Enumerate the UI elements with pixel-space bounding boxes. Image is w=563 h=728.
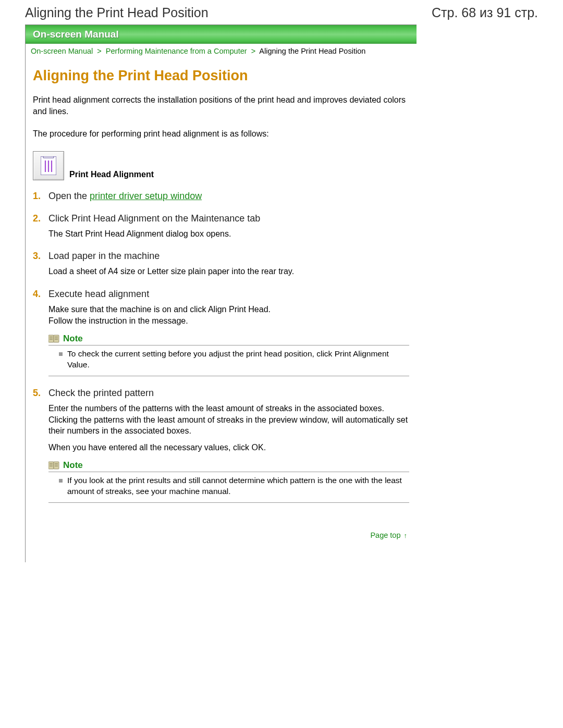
breadcrumb-separator: > [95,47,103,55]
step-4: Execute head alignment Make sure that th… [33,289,409,376]
svg-rect-4 [48,335,54,342]
note-item: If you look at the print results and sti… [59,475,409,497]
breadcrumb-link-1[interactable]: Performing Maintenance from a Computer [106,47,247,55]
note-block: Note To check the current setting before… [48,334,409,376]
breadcrumb: On-screen Manual > Performing Maintenanc… [26,44,417,57]
note-body: If you look at the print results and sti… [48,475,409,503]
document-title: Aligning the Print Head Position [25,5,209,20]
note-icon [48,461,60,470]
step-5-body-0: Enter the numbers of the patterns with t… [48,403,409,437]
note-item: To check the current setting before you … [59,349,409,371]
page-top-label: Page top [370,531,400,539]
page-counter: Стр. 68 из 91 стр. [432,5,538,20]
step-2: Click Print Head Alignment on the Mainte… [33,213,409,240]
note-label: Note [63,460,83,471]
feature-icon-caption: Print Head Alignment [69,170,154,180]
step-3: Load paper in the machine Load a sheet o… [33,251,409,277]
steps-list: Open the printer driver setup window Cli… [33,191,409,503]
page-header: Aligning the Print Head Position Стр. 68… [0,0,563,24]
step-5-title: Check the printed pattern [48,388,409,399]
step-5-body-1: When you have entered all the necessary … [48,442,409,453]
print-head-alignment-icon [33,151,64,180]
step-4-title: Execute head alignment [48,289,409,300]
note-label: Note [63,334,83,344]
page-title: Aligning the Print Head Position [33,68,409,84]
intro-paragraph-2: The procedure for performing print head … [33,128,409,140]
step-1: Open the printer driver setup window [33,191,409,202]
content-panel: On-screen Manual On-screen Manual > Perf… [25,24,417,562]
step-3-title: Load paper in the machine [48,251,409,262]
note-header: Note [48,460,409,472]
note-body: To check the current setting before you … [48,349,409,376]
breadcrumb-current: Aligning the Print Head Position [259,47,365,55]
note-header: Note [48,334,409,346]
svg-rect-5 [54,335,59,342]
step-5: Check the printed pattern Enter the numb… [33,388,409,503]
breadcrumb-separator: > [249,47,258,55]
breadcrumb-link-0[interactable]: On-screen Manual [31,47,93,55]
step-4-body-0: Make sure that the machine is on and cli… [48,304,409,315]
step-2-title: Click Print Head Alignment on the Mainte… [48,213,409,224]
step-1-title: Open the printer driver setup window [48,191,409,202]
step-5-body: Enter the numbers of the patterns with t… [48,403,409,453]
intro-paragraph-1: Print head alignment corrects the instal… [33,94,409,117]
step-2-body: The Start Print Head Alignment dialog bo… [48,228,409,240]
banner-label: On-screen Manual [33,29,119,40]
article-body: Aligning the Print Head Position Print h… [26,57,417,520]
svg-rect-13 [54,462,59,469]
step-4-body: Make sure that the machine is on and cli… [48,304,409,326]
step-2-body-0: The Start Print Head Alignment dialog bo… [48,228,409,240]
printer-driver-setup-window-link[interactable]: printer driver setup window [90,191,202,201]
note-block: Note If you look at the print results an… [48,460,409,503]
step-4-body-1: Follow the instruction in the message. [48,315,409,327]
svg-rect-12 [48,462,54,469]
step-3-body-0: Load a sheet of A4 size or Letter size p… [48,266,409,277]
page-top-link[interactable]: Page top ↑ [26,520,417,541]
arrow-up-icon: ↑ [404,532,408,539]
step-3-body: Load a sheet of A4 size or Letter size p… [48,266,409,277]
note-icon [48,334,60,343]
banner-onscreen-manual: On-screen Manual [26,25,417,44]
feature-icon-row: Print Head Alignment [33,151,409,180]
step-1-title-pre: Open the [48,191,90,201]
